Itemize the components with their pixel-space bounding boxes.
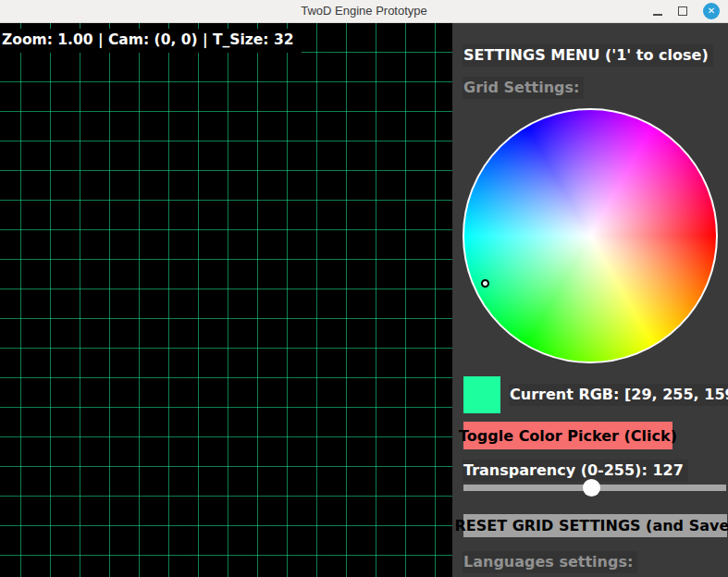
hud-stats-overlay: Zoom: 1.00 | Cam: (0, 0) | T_Size: 32 bbox=[0, 29, 302, 53]
titlebar: TwoD Engine Prototype ✕ bbox=[0, 0, 728, 23]
reset-grid-settings-button[interactable]: RESET GRID SETTINGS (and Save) bbox=[463, 514, 727, 537]
app-window: TwoD Engine Prototype ✕ Zoom: 1.00 | Cam… bbox=[0, 0, 728, 577]
window-controls: ✕ bbox=[653, 0, 720, 22]
settings-panel: SETTINGS MENU ('1' to close) Grid Settin… bbox=[452, 23, 728, 577]
color-wheel-marker[interactable] bbox=[481, 279, 489, 288]
engine-viewport-grid-canvas[interactable]: Zoom: 1.00 | Cam: (0, 0) | T_Size: 32 bbox=[0, 23, 452, 577]
languages-settings-label: Languages settings: bbox=[463, 551, 637, 573]
current-rgb-label: Current RGB: [29, 255, 159] bbox=[509, 384, 728, 406]
transparency-slider[interactable] bbox=[463, 476, 726, 499]
current-color-swatch bbox=[463, 376, 500, 413]
main-area: Zoom: 1.00 | Cam: (0, 0) | T_Size: 32 SE… bbox=[0, 23, 728, 577]
settings-menu-title: SETTINGS MENU ('1' to close) bbox=[463, 44, 713, 67]
transparency-slider-thumb[interactable] bbox=[583, 479, 600, 497]
grid-settings-label: Grid Settings: bbox=[463, 77, 584, 99]
close-icon: ✕ bbox=[708, 6, 715, 16]
color-wheel-picker[interactable] bbox=[463, 108, 718, 363]
close-button[interactable]: ✕ bbox=[703, 3, 720, 19]
toggle-color-picker-button[interactable]: Toggle Color Picker (Click) bbox=[463, 422, 672, 449]
minimize-button[interactable] bbox=[653, 6, 662, 17]
maximize-button[interactable] bbox=[678, 6, 687, 16]
window-title: TwoD Engine Prototype bbox=[0, 4, 728, 18]
